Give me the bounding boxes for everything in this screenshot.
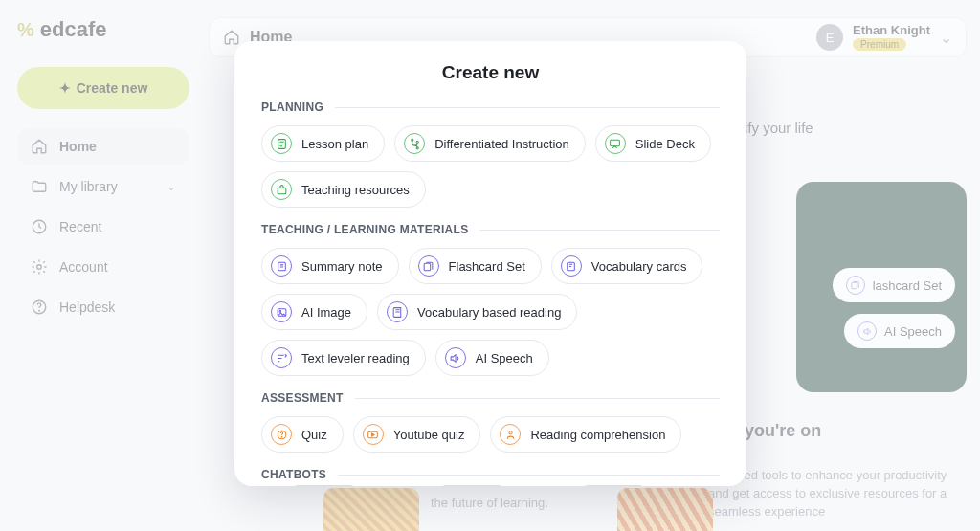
cards-icon [418,255,439,277]
opt-label: Youtube quiz [393,428,465,442]
doc-icon [271,133,292,154]
opt-lesson-plan[interactable]: Lesson plan [261,125,385,162]
note-icon [271,255,292,277]
opt-text-leveler[interactable]: Text leveler reading [261,340,426,376]
opt-label: Text leveler reading [301,351,410,365]
video-icon [363,424,384,445]
opt-label: Lesson plan [301,137,368,151]
sound-icon [445,347,466,368]
svg-rect-9 [611,140,620,146]
vocab-icon [561,255,582,277]
coming-soon-badge: Coming Soon [291,485,357,486]
opt-label: AI Speech [476,351,533,365]
quiz-icon [271,424,292,445]
svg-rect-10 [278,188,286,194]
opt-label: Vocabulary cards [591,259,687,274]
section-title-planning: PLANNING [261,100,323,114]
svg-point-7 [416,146,418,148]
svg-point-17 [281,436,282,437]
coming-soon-badge: Coming Soon [581,485,647,486]
svg-point-15 [279,310,281,312]
modal-title: Create new [261,62,720,83]
coming-soon-badge: Coming Soon [439,485,505,486]
opt-label: Reading comprehension [530,428,665,442]
opt-label: Flashcard Set [449,259,525,274]
opt-reading-comprehension[interactable]: Reading comprehension [490,416,681,453]
section-title-materials: TEACHING / LEARNING MATERIALS [261,223,468,236]
section-title-assessment: ASSESSMENT [261,391,344,405]
opt-vocabulary-cards[interactable]: Vocabulary cards [551,248,703,284]
opt-ai-speech[interactable]: AI Speech [435,340,549,376]
svg-point-6 [411,139,412,141]
opt-ai-image[interactable]: AI Image [261,294,368,330]
opt-differentiated-instruction[interactable]: Differentiated Instruction [394,125,586,162]
opt-teaching-resources[interactable]: Teaching resources [261,171,426,208]
book-icon [387,301,408,322]
presentation-icon [605,133,626,154]
opt-label: AI Image [301,305,351,320]
opt-label: Quiz [301,428,327,442]
opt-slide-deck[interactable]: Slide Deck [595,125,711,162]
opt-summary-note[interactable]: Summary note [261,248,399,284]
image-icon [271,301,292,322]
reading-icon [500,424,521,445]
opt-quiz[interactable]: Quiz [261,416,344,453]
svg-rect-11 [278,262,285,271]
opt-label: Summary note [301,259,383,274]
levels-icon [271,347,292,368]
branch-icon [404,133,425,154]
opt-label: Differentiated Instruction [434,137,569,151]
svg-rect-12 [424,263,431,271]
opt-label: Slide Deck [635,137,695,151]
section-title-chatbots: CHATBOTS [261,468,326,481]
bag-icon [271,179,292,200]
create-new-modal: Create new PLANNING Lesson plan Differen… [234,41,746,486]
svg-point-8 [416,141,418,143]
opt-youtube-quiz[interactable]: Youtube quiz [353,416,481,453]
opt-vocab-reading[interactable]: Vocabulary based reading [377,294,577,330]
svg-point-19 [509,431,512,433]
opt-label: Vocabulary based reading [417,305,561,320]
opt-label: Teaching resources [301,183,410,197]
opt-flashcard-set[interactable]: Flashcard Set [409,248,542,284]
